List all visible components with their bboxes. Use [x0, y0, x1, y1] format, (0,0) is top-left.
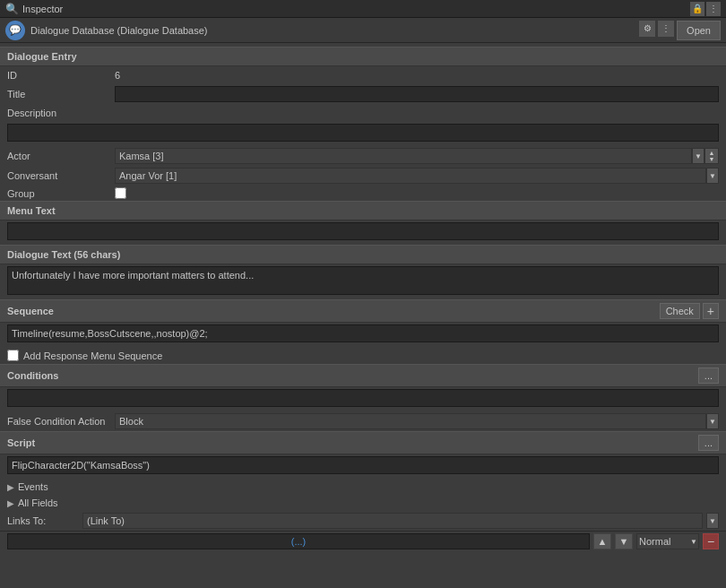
all-fields-label: All Fields: [18, 497, 58, 508]
actor-row: Actor Kamsa [3] ▼ ▲ ▼: [0, 146, 726, 166]
nav-bar: ▲ ▼ Normal Return Continue ▼ −: [0, 531, 726, 551]
events-arrow-icon: ▶: [7, 482, 14, 492]
dialogue-db-icon: 💬: [5, 21, 25, 40]
sequence-title: Sequence: [7, 306, 54, 316]
script-header: Script ...: [0, 431, 726, 454]
links-to-select[interactable]: (Link To): [82, 513, 703, 529]
conversant-select[interactable]: Angar Vor [1]: [115, 168, 706, 184]
sequence-check-button[interactable]: Check: [660, 303, 700, 319]
conditions-textarea[interactable]: [7, 389, 719, 407]
script-textarea[interactable]: FlipCharacter2D("KamsaBoss"): [7, 456, 719, 474]
add-response-menu-label: Add Response Menu Sequence: [23, 350, 162, 361]
conditions-menu-button[interactable]: ...: [698, 368, 719, 384]
conditions-textarea-wrapper: [0, 387, 726, 411]
conversant-label: Conversant: [7, 170, 115, 181]
dialogue-text-textarea[interactable]: Unfortunately I have more important matt…: [7, 266, 719, 295]
add-response-menu-row: Add Response Menu Sequence: [0, 347, 726, 364]
header-title: Dialogue Database (Dialogue Database): [30, 25, 639, 36]
header-actions: ⚙ ⋮ Open: [639, 21, 721, 40]
id-label: ID: [7, 70, 115, 81]
dialogue-entry-header: Dialogue Entry: [0, 47, 726, 66]
links-to-dropdown-arrow[interactable]: ▼: [706, 513, 719, 529]
main-content: Dialogue Entry ID 6 Title Description Ac…: [0, 43, 726, 588]
conditions-title: Conditions: [7, 370, 58, 381]
group-label: Group: [7, 188, 115, 199]
lock-button[interactable]: 🔒: [690, 2, 704, 16]
actor-select[interactable]: Kamsa [3]: [115, 148, 692, 164]
sequence-plus-button[interactable]: +: [703, 303, 719, 319]
conversant-row: Conversant Angar Vor [1] ▼: [0, 166, 726, 186]
false-condition-select-wrapper: Block Passthrough Hide ▼: [115, 413, 719, 429]
sequence-textarea[interactable]: Timeline(resume,BossCutscene,,nostop)@2;: [7, 324, 719, 342]
events-label: Events: [18, 481, 48, 492]
actor-step-btn[interactable]: ▲ ▼: [704, 148, 719, 164]
false-condition-row: False Condition Action Block Passthrough…: [0, 411, 726, 431]
id-value: 6: [115, 70, 719, 81]
script-title: Script: [7, 437, 35, 448]
actor-select-wrapper: Kamsa [3] ▼ ▲ ▼: [115, 148, 719, 164]
open-button[interactable]: Open: [677, 21, 721, 40]
title-row: Title: [0, 84, 726, 104]
nav-remove-button[interactable]: −: [703, 533, 719, 549]
description-row: Description: [0, 104, 726, 122]
header-menu-button[interactable]: ⋮: [658, 21, 674, 37]
links-to-row: Links To: (Link To) ▼: [0, 511, 726, 531]
false-condition-select[interactable]: Block Passthrough Hide: [115, 413, 706, 429]
conversant-select-wrapper: Angar Vor [1] ▼: [115, 168, 719, 184]
all-fields-arrow-icon: ▶: [7, 498, 14, 508]
false-condition-dropdown-arrow[interactable]: ▼: [706, 413, 719, 429]
description-textarea[interactable]: [7, 124, 719, 142]
header-row: 💬 Dialogue Database (Dialogue Database) …: [0, 18, 726, 43]
id-row: ID 6: [0, 66, 726, 84]
script-menu-button[interactable]: ...: [698, 435, 719, 451]
menu-text-wrapper: [0, 220, 726, 245]
group-row: Group: [0, 186, 726, 201]
description-label: Description: [7, 108, 115, 118]
actor-dropdown-arrow[interactable]: ▼: [692, 148, 704, 164]
dialogue-text-header: Dialogue Text (56 chars): [0, 245, 726, 264]
events-row[interactable]: ▶ Events: [0, 479, 726, 495]
title-bar-text: Inspector: [22, 4, 688, 14]
nav-mode-select[interactable]: Normal Return Continue: [636, 533, 699, 549]
title-bar: 🔍 Inspector 🔒 ⋮: [0, 0, 726, 18]
sequence-textarea-wrapper: Timeline(resume,BossCutscene,,nostop)@2;: [0, 323, 726, 347]
title-label: Title: [7, 89, 115, 99]
description-textarea-wrapper: [0, 122, 726, 146]
menu-text-textarea[interactable]: [7, 222, 719, 240]
nav-input[interactable]: [7, 533, 590, 549]
group-checkbox[interactable]: [115, 187, 126, 199]
all-fields-row[interactable]: ▶ All Fields: [0, 495, 726, 511]
script-textarea-wrapper: FlipCharacter2D("KamsaBoss"): [0, 454, 726, 479]
titlebar-menu-button[interactable]: ⋮: [706, 2, 721, 16]
links-to-label: Links To:: [7, 515, 79, 526]
settings-button[interactable]: ⚙: [639, 21, 655, 37]
inspector-icon: 🔍: [5, 3, 19, 15]
title-input[interactable]: [115, 86, 719, 102]
actor-label: Actor: [7, 151, 115, 161]
add-response-menu-checkbox[interactable]: [7, 350, 19, 361]
sequence-header: Sequence Check +: [0, 299, 726, 323]
nav-up-button[interactable]: ▲: [593, 533, 611, 549]
conditions-header: Conditions ...: [0, 364, 726, 387]
nav-down-button[interactable]: ▼: [615, 533, 633, 549]
menu-text-header: Menu Text: [0, 201, 726, 220]
dialogue-text-wrapper: Unfortunately I have more important matt…: [0, 264, 726, 299]
conversant-dropdown-arrow[interactable]: ▼: [706, 168, 719, 184]
false-condition-label: False Condition Action: [7, 416, 115, 427]
